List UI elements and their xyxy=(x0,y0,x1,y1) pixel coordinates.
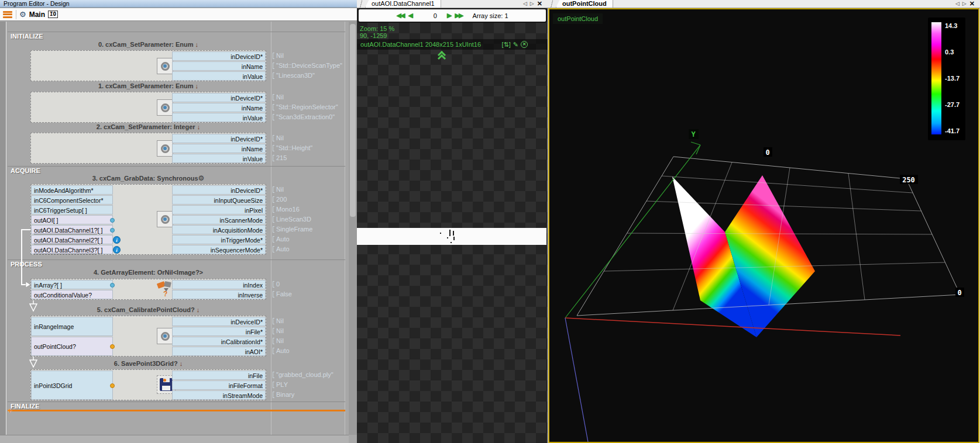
port-row[interactable]: inScannerMode xyxy=(172,215,266,224)
port-row[interactable]: inModeAndAlgorithm* xyxy=(31,185,113,195)
step4-title[interactable]: 4. GetArrayElement: OrNil<Image?> xyxy=(30,269,266,276)
port-row[interactable]: inName xyxy=(172,144,266,153)
program-editor-panel: Program Editor - Design ⚙ Main IO INITIA… xyxy=(0,0,357,443)
step0-block[interactable]: inDeviceID* inName inValue xyxy=(30,50,266,81)
port-row[interactable]: inRangeImage xyxy=(31,317,113,336)
port-row[interactable]: inName xyxy=(172,61,266,71)
step3-title[interactable]: 3. cxCam_GrabData: Synchronous⚙ xyxy=(30,174,266,182)
step2-title[interactable]: 2. cxCam_SetParameter: Integer ↓ xyxy=(30,123,266,130)
step3-block[interactable]: inModeAndAlgorithm* inC6ComponentSelecto… xyxy=(30,184,266,255)
port-row[interactable]: inC6TriggerSetup[ ] xyxy=(31,205,113,214)
port-row[interactable]: outAOI[ ] xyxy=(31,215,113,224)
connection-stub[interactable] xyxy=(110,218,115,223)
tab-scroll-left-icon[interactable]: ◁ xyxy=(955,0,960,7)
connection-stub[interactable] xyxy=(110,344,115,349)
horizontal-scrollbar[interactable] xyxy=(0,435,349,443)
port-row[interactable]: inArray?[ ] xyxy=(31,280,113,289)
grid-label-zero-right: 0 xyxy=(955,288,964,297)
port-row[interactable]: inInputQueueSize xyxy=(172,195,266,205)
previous-item-icon[interactable]: ◀ xyxy=(408,12,411,19)
port-row[interactable]: inCalibrationId* xyxy=(172,337,266,346)
vertical-scrollbar[interactable] xyxy=(349,22,357,435)
port-row[interactable]: outConditionalValue? xyxy=(31,290,113,299)
port-row[interactable]: inSequencerMode* xyxy=(172,245,266,254)
port-row[interactable]: inPixel xyxy=(172,205,266,214)
port-row[interactable]: inDeviceID* xyxy=(172,51,266,61)
port-row[interactable]: inPoint3DGrid xyxy=(31,371,113,400)
pointcloud-3d-viewport[interactable]: Y 0 250 0 outPointCloud xyxy=(548,8,979,443)
step6-title[interactable]: 6. SavePoint3DGrid? ↓ xyxy=(30,360,266,367)
image-preview-area[interactable]: Zoom: 15 % 90, -1259 outAOI.DataChannel1… xyxy=(357,23,548,443)
application-window: Program Editor - Design ⚙ Main IO INITIA… xyxy=(0,0,980,443)
port-value: Auto xyxy=(276,244,290,254)
step6-arrow: ↓ xyxy=(180,360,183,367)
port-row[interactable]: outPointCloud? xyxy=(31,337,113,356)
first-item-icon[interactable]: ◀◀ xyxy=(396,12,404,19)
step6-block[interactable]: inPoint3DGrid inFile inFileFormat inStre… xyxy=(30,369,266,400)
port-row[interactable]: inInverse xyxy=(172,290,266,299)
port-row[interactable]: inTriggerMode* xyxy=(172,235,266,244)
fit-to-window-icon[interactable]: [⇅] xyxy=(501,40,510,49)
menu-icon[interactable] xyxy=(2,11,13,19)
section-process: PROCESS xyxy=(8,259,345,268)
port-row[interactable]: inDeviceID* xyxy=(172,93,266,102)
close-icon[interactable]: ✕ xyxy=(537,0,542,7)
step3-gear-icon[interactable]: ⚙ xyxy=(198,174,205,182)
edit-pencil-icon[interactable]: ✎ xyxy=(513,40,518,49)
port-row[interactable]: outAOI.DataChannel1?[ ] xyxy=(31,225,113,234)
step5-title[interactable]: 5. cxCam_CalibratePointCloud? ↓ xyxy=(30,306,266,313)
close-icon[interactable]: ✕ xyxy=(969,0,975,7)
port-row[interactable]: outAOI.DataChannel2?[ ]i xyxy=(31,235,113,244)
io-badge[interactable]: IO xyxy=(48,11,58,18)
info-icon[interactable]: i xyxy=(113,236,121,244)
port-row[interactable]: outAOI.DataChannel3?[ ]i xyxy=(31,245,113,254)
program-canvas[interactable]: INITIALIZE 0. cxCam_SetParameter: Enum ↓… xyxy=(0,22,357,443)
section-finalize: FINALIZE xyxy=(8,402,345,410)
next-item-icon[interactable]: ▶ xyxy=(447,12,451,19)
connection-stub[interactable] xyxy=(110,383,115,388)
tab-outaoi-datachannel1[interactable]: outAOI.DataChannel1 xyxy=(365,0,441,8)
port-row[interactable]: inFile* xyxy=(172,327,266,336)
port-row[interactable]: inFile xyxy=(172,371,266,380)
tab-scroll-right-icon[interactable]: ▷ xyxy=(962,0,967,7)
macro-gear-icon[interactable]: ⚙ xyxy=(19,11,26,19)
port-value: 200 xyxy=(276,195,287,204)
port-row[interactable]: inValue xyxy=(172,113,266,122)
add-step-button[interactable]: + xyxy=(8,406,12,415)
port-value: Nil xyxy=(276,51,284,60)
step1-block[interactable]: inDeviceID* inName inValue xyxy=(30,92,266,123)
collapse-chevron-icon[interactable] xyxy=(439,52,447,59)
connection-stub[interactable] xyxy=(110,283,115,288)
section-initialize: INITIALIZE xyxy=(8,32,345,40)
step5-block[interactable]: inRangeImage outPointCloud? inDeviceID* … xyxy=(30,316,266,357)
step0-title[interactable]: 0. cxCam_SetParameter: Enum ↓ xyxy=(30,41,266,48)
tab-edge-decoration xyxy=(357,0,365,8)
port-row[interactable]: inIndex xyxy=(172,280,266,289)
port-row[interactable]: inFileFormat xyxy=(172,380,266,390)
port-row[interactable]: inValue xyxy=(172,71,266,81)
step1-title[interactable]: 1. cxCam_SetParameter: Enum ↓ xyxy=(30,82,266,89)
port-row[interactable]: inStreamMode xyxy=(172,390,266,400)
port-row[interactable]: inValue xyxy=(172,154,266,163)
port-row[interactable]: inDeviceID* xyxy=(172,317,266,326)
tab-scroll-right-icon[interactable]: ▷ xyxy=(530,0,534,7)
tab-edge-decoration xyxy=(548,0,556,8)
port-row[interactable]: inC6ComponentSelector* xyxy=(31,195,113,205)
port-row[interactable]: inAcquisitionMode xyxy=(172,225,266,234)
macro-main-label[interactable]: Main xyxy=(29,11,45,19)
clear-view-icon[interactable]: ✕ xyxy=(521,41,528,48)
tab-scroll-left-icon[interactable]: ◁ xyxy=(523,0,527,7)
port-value: 215 xyxy=(276,153,287,162)
tab-outpointcloud[interactable]: outPointCloud xyxy=(556,0,613,8)
range-image-strip[interactable] xyxy=(357,228,546,245)
port-row[interactable]: inAOI* xyxy=(172,347,266,356)
connection-stub[interactable] xyxy=(110,228,115,233)
info-icon[interactable]: i xyxy=(113,246,121,254)
last-item-icon[interactable]: ▶▶ xyxy=(455,12,462,19)
port-row[interactable]: inName xyxy=(172,103,266,112)
step4-block[interactable]: ? inArray?[ ] outConditionalValue? inInd… xyxy=(30,279,266,300)
port-row[interactable]: inDeviceID* xyxy=(172,185,266,195)
step2-block[interactable]: inDeviceID* inName inValue xyxy=(30,133,266,164)
port-row[interactable]: inDeviceID* xyxy=(172,134,266,143)
preview-tabbar: outAOI.DataChannel1 ◁ ▷ ✕ xyxy=(357,0,548,8)
